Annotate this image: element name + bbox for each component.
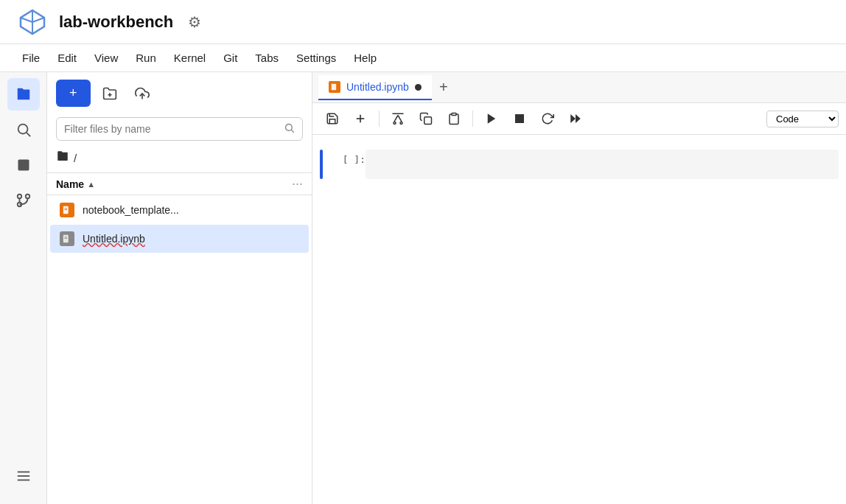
filter-bar <box>47 114 312 147</box>
file-name: notebook_template... <box>83 204 179 216</box>
sidebar-item-running[interactable] <box>7 149 40 181</box>
svg-line-14 <box>291 130 293 132</box>
icon-sidebar <box>0 72 47 504</box>
svg-line-26 <box>394 116 398 122</box>
menu-view[interactable]: View <box>87 49 125 67</box>
svg-point-1 <box>18 125 27 134</box>
toolbar-divider-2 <box>472 111 473 127</box>
top-header: lab-workbench ⚙ <box>0 0 846 44</box>
menu-file[interactable]: File <box>15 49 47 67</box>
menu-run[interactable]: Run <box>128 49 164 67</box>
menu-git[interactable]: Git <box>216 49 245 67</box>
svg-marker-33 <box>570 114 576 123</box>
unsaved-dot <box>415 84 422 91</box>
notebook-cells: [ ]: <box>312 135 846 504</box>
menu-settings[interactable]: Settings <box>289 49 343 67</box>
file-panel-toolbar: + + <box>47 72 312 114</box>
restart-button[interactable] <box>535 108 560 130</box>
notebook-orange-icon <box>59 202 75 218</box>
menu-tabs[interactable]: Tabs <box>248 49 286 67</box>
menu-kernel[interactable]: Kernel <box>167 49 213 67</box>
file-list: notebook_template... Untitled.ipynb <box>47 195 312 504</box>
toolbar-divider <box>379 111 380 127</box>
svg-rect-20 <box>65 238 67 239</box>
app-title: lab-workbench <box>59 13 173 32</box>
cell-prompt: [ ]: <box>329 150 366 165</box>
breadcrumb-path: / <box>74 152 77 164</box>
col-options-icon[interactable]: ··· <box>292 176 303 192</box>
svg-rect-3 <box>18 160 29 171</box>
cell-active-indicator <box>320 150 323 179</box>
tab-bar: Untitled.ipynb + <box>312 72 846 103</box>
svg-line-2 <box>27 133 30 136</box>
file-list-header: Name ▲ ··· <box>47 172 312 195</box>
upload-button[interactable] <box>129 80 155 107</box>
svg-rect-29 <box>424 117 432 125</box>
tab-notebook-icon <box>329 81 340 93</box>
svg-point-24 <box>394 122 396 125</box>
svg-rect-21 <box>332 84 336 91</box>
content-area: Untitled.ipynb + <box>312 72 846 504</box>
svg-marker-31 <box>488 113 496 124</box>
notebook-gray-icon <box>59 231 75 247</box>
filter-search-icon <box>284 122 295 136</box>
sidebar-item-git[interactable] <box>7 184 40 217</box>
list-item[interactable]: notebook_template... <box>50 196 309 224</box>
svg-point-25 <box>400 122 402 125</box>
copy-button[interactable] <box>413 108 438 130</box>
tab-untitled-ipynb[interactable]: Untitled.ipynb <box>318 75 432 100</box>
file-panel: + + / Name <box>47 72 312 504</box>
notebook-toolbar: Code Markdown Raw <box>312 103 846 135</box>
plus-icon: + <box>69 85 77 101</box>
add-tab-button[interactable]: + <box>432 76 455 99</box>
cell-input[interactable] <box>366 150 839 179</box>
paste-button[interactable] <box>441 108 466 130</box>
svg-rect-16 <box>65 208 67 209</box>
run-button[interactable] <box>479 108 504 130</box>
svg-line-27 <box>398 116 402 122</box>
stop-button[interactable] <box>507 108 532 130</box>
svg-rect-17 <box>65 209 67 210</box>
file-name: Untitled.ipynb <box>83 233 145 245</box>
svg-point-4 <box>17 195 21 199</box>
fast-forward-button[interactable] <box>563 108 588 130</box>
save-button[interactable] <box>320 108 345 130</box>
svg-point-13 <box>286 125 293 131</box>
menu-bar: File Edit View Run Kernel Git Tabs Setti… <box>0 44 846 72</box>
add-cell-button[interactable] <box>348 108 373 130</box>
new-file-button[interactable]: + + <box>56 80 91 107</box>
list-item[interactable]: Untitled.ipynb <box>50 225 309 253</box>
cut-button[interactable] <box>385 108 410 130</box>
filter-input[interactable] <box>64 123 278 135</box>
svg-marker-34 <box>576 114 581 123</box>
svg-rect-30 <box>452 113 456 116</box>
col-name-header[interactable]: Name ▲ <box>56 178 292 190</box>
menu-edit[interactable]: Edit <box>50 49 84 67</box>
cell-row: [ ]: <box>312 147 846 182</box>
sidebar-item-menu[interactable] <box>7 460 40 492</box>
filter-input-wrap <box>56 117 303 141</box>
gear-icon[interactable]: ⚙ <box>188 13 201 31</box>
menu-help[interactable]: Help <box>346 49 384 67</box>
svg-rect-19 <box>65 237 67 237</box>
svg-rect-32 <box>515 114 524 123</box>
breadcrumb-folder-icon <box>56 150 69 167</box>
main-layout: + + / Name <box>0 72 846 504</box>
sidebar-item-search[interactable] <box>7 113 40 146</box>
app-logo <box>15 4 50 40</box>
breadcrumb-bar: / <box>47 147 312 172</box>
cell-mode-select[interactable]: Code Markdown Raw <box>766 111 839 127</box>
svg-point-6 <box>25 195 29 199</box>
sidebar-item-files[interactable] <box>7 78 40 111</box>
sort-arrow-icon: ▲ <box>87 180 95 189</box>
tab-label: Untitled.ipynb <box>346 81 409 93</box>
new-folder-button[interactable] <box>97 80 123 107</box>
